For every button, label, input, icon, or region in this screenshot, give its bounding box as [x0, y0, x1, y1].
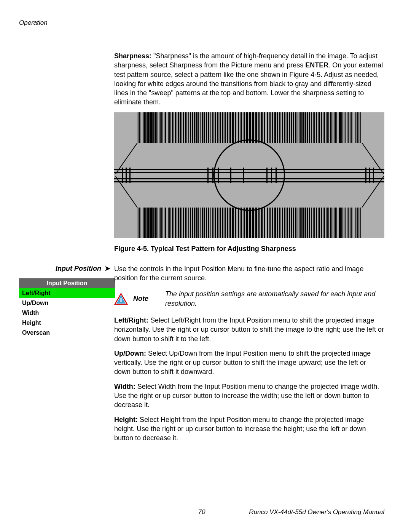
sharpness-label: Sharpness:: [114, 52, 151, 60]
left-right-label: Left/Right:: [114, 316, 148, 324]
menu-item-overscan[interactable]: Overscan: [19, 328, 115, 338]
left-margin-1: [19, 51, 114, 264]
header-rule: [19, 42, 384, 42]
width-text: Select Width from the Input Position men…: [114, 383, 379, 409]
note-triangle-icon: [114, 293, 128, 305]
height-label: Height:: [114, 416, 138, 423]
menu-item-width[interactable]: Width: [19, 308, 115, 318]
input-position-side-label: Input Position ➤: [19, 264, 110, 273]
sharpness-paragraph: Sharpness: "Sharpness" is the amount of …: [114, 51, 384, 107]
up-down-text: Select Up/Down from the Input Position m…: [114, 350, 371, 376]
left-right-text: Select Left/Right from the Input Positio…: [114, 316, 384, 343]
note-row: Note The input position settings are aut…: [114, 289, 384, 308]
up-down-paragraph: Up/Down: Select Up/Down from the Input P…: [114, 349, 384, 377]
input-position-side-text: Input Position: [56, 265, 101, 272]
svg-rect-2: [120, 298, 122, 302]
page-footer: 70 Runco VX-44d/-55d Owner's Operating M…: [19, 508, 384, 516]
enter-key: ENTER: [305, 61, 328, 69]
note-label: Note: [133, 295, 160, 303]
menu-item-height[interactable]: Height: [19, 318, 115, 328]
arrow-right-icon: ➤: [105, 264, 110, 273]
header-section: Operation: [19, 19, 384, 27]
width-label: Width:: [114, 383, 135, 390]
input-position-menu: Input Position Left/Right Up/Down Width …: [19, 278, 115, 338]
footer-title: Runco VX-44d/-55d Owner's Operating Manu…: [249, 508, 384, 516]
height-text: Select Height from the Input Position me…: [114, 416, 366, 442]
up-down-label: Up/Down:: [114, 350, 146, 357]
note-text: The input position settings are automati…: [165, 289, 384, 308]
menu-title: Input Position: [19, 278, 115, 288]
figure-caption: Figure 4-5. Typical Test Pattern for Adj…: [114, 245, 384, 253]
height-paragraph: Height: Select Height from the Input Pos…: [114, 415, 384, 443]
left-right-paragraph: Left/Right: Select Left/Right from the I…: [114, 316, 384, 343]
page-number: 70: [198, 508, 206, 516]
width-paragraph: Width: Select Width from the Input Posit…: [114, 382, 384, 410]
menu-item-left-right[interactable]: Left/Right: [19, 288, 115, 298]
menu-item-up-down[interactable]: Up/Down: [19, 298, 115, 308]
test-pattern-figure: [114, 112, 384, 238]
input-position-intro: Use the controls in the Input Position M…: [114, 264, 384, 283]
